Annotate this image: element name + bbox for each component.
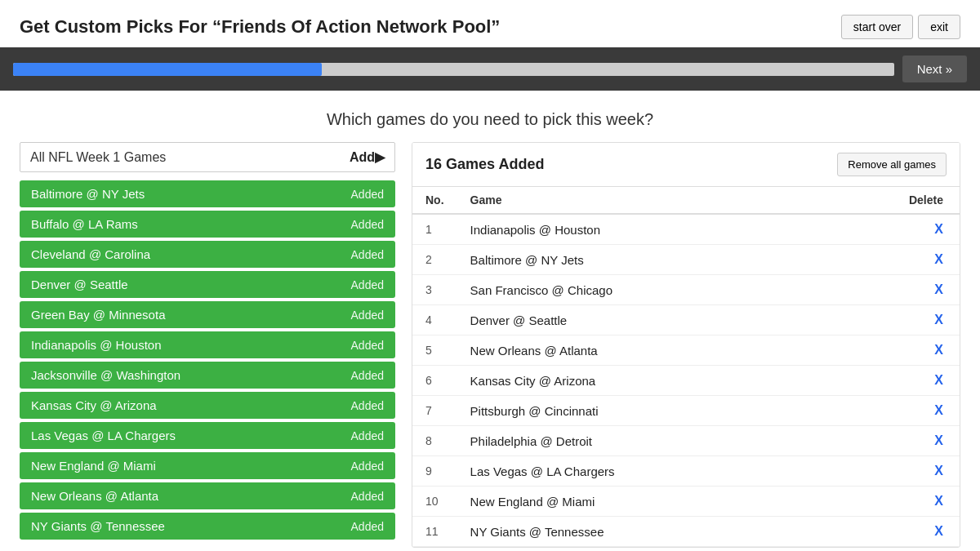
row-game-name: Las Vegas @ LA Chargers bbox=[457, 456, 823, 487]
list-item[interactable]: Kansas City @ ArizonaAdded bbox=[20, 392, 395, 419]
table-row: 1 Indianapolis @ Houston X bbox=[412, 214, 960, 245]
row-number: 8 bbox=[412, 426, 457, 456]
progress-bar-track bbox=[13, 63, 894, 76]
row-number: 9 bbox=[412, 456, 457, 487]
game-name: Indianapolis @ Houston bbox=[31, 338, 162, 352]
row-game-name: Indianapolis @ Houston bbox=[457, 214, 823, 245]
list-item[interactable]: Baltimore @ NY JetsAdded bbox=[20, 180, 395, 207]
delete-cell: X bbox=[823, 456, 960, 487]
delete-cell: X bbox=[823, 426, 960, 456]
games-table: No. Game Delete 1 Indianapolis @ Houston… bbox=[412, 187, 960, 547]
top-bar-buttons: start over exit bbox=[841, 15, 960, 39]
table-row: 9 Las Vegas @ LA Chargers X bbox=[412, 456, 960, 487]
page-title: Get Custom Picks For “Friends Of Action … bbox=[20, 16, 500, 38]
start-over-button[interactable]: start over bbox=[841, 15, 913, 39]
row-number: 6 bbox=[412, 366, 457, 396]
col-header-game: Game bbox=[457, 187, 823, 214]
table-row: 4 Denver @ Seattle X bbox=[412, 305, 960, 335]
delete-button[interactable]: X bbox=[934, 282, 943, 297]
added-badge: Added bbox=[351, 188, 384, 201]
game-name: Jacksonville @ Washington bbox=[31, 368, 180, 382]
added-badge: Added bbox=[351, 278, 384, 291]
right-panel: 16 Games Added Remove all games No. Game… bbox=[412, 142, 960, 548]
row-number: 11 bbox=[412, 517, 457, 547]
right-panel-header: 16 Games Added Remove all games bbox=[412, 143, 960, 187]
row-game-name: NY Giants @ Tennessee bbox=[457, 517, 823, 547]
next-button[interactable]: Next » bbox=[902, 56, 967, 82]
delete-button[interactable]: X bbox=[934, 524, 943, 539]
added-badge: Added bbox=[351, 309, 384, 322]
row-number: 10 bbox=[412, 487, 457, 517]
delete-cell: X bbox=[823, 245, 960, 275]
table-header-row: No. Game Delete bbox=[412, 187, 960, 214]
row-number: 7 bbox=[412, 396, 457, 426]
table-row: 11 NY Giants @ Tennessee X bbox=[412, 517, 960, 547]
row-game-name: Kansas City @ Arizona bbox=[457, 366, 823, 396]
delete-cell: X bbox=[823, 517, 960, 547]
game-name: Green Bay @ Minnesota bbox=[31, 308, 165, 322]
delete-cell: X bbox=[823, 275, 960, 305]
row-number: 4 bbox=[412, 305, 457, 335]
game-name: Cleveland @ Carolina bbox=[31, 247, 150, 261]
added-badge: Added bbox=[351, 248, 384, 261]
list-item[interactable]: Las Vegas @ LA ChargersAdded bbox=[20, 422, 395, 449]
table-row: 7 Pittsburgh @ Cincinnati X bbox=[412, 396, 960, 426]
added-badge: Added bbox=[351, 460, 384, 473]
delete-cell: X bbox=[823, 366, 960, 396]
added-badge: Added bbox=[351, 490, 384, 503]
row-game-name: Philadelphia @ Detroit bbox=[457, 426, 823, 456]
row-number: 5 bbox=[412, 335, 457, 366]
remove-all-button[interactable]: Remove all games bbox=[837, 153, 947, 176]
game-name: Baltimore @ NY Jets bbox=[31, 187, 145, 201]
game-name: Kansas City @ Arizona bbox=[31, 398, 157, 412]
list-item[interactable]: New England @ MiamiAdded bbox=[20, 452, 395, 479]
delete-cell: X bbox=[823, 487, 960, 517]
delete-button[interactable]: X bbox=[934, 433, 943, 448]
delete-button[interactable]: X bbox=[934, 464, 943, 478]
col-header-delete: Delete bbox=[823, 187, 960, 214]
list-item[interactable]: NY Giants @ TennesseeAdded bbox=[20, 513, 395, 540]
col-header-no: No. bbox=[412, 187, 457, 214]
delete-button[interactable]: X bbox=[934, 313, 943, 327]
list-item[interactable]: Green Bay @ MinnesotaAdded bbox=[20, 301, 395, 328]
left-panel-header: All NFL Week 1 Games Add▶ bbox=[20, 142, 395, 172]
added-badge: Added bbox=[351, 399, 384, 412]
delete-button[interactable]: X bbox=[934, 252, 943, 267]
progress-bar-container: Next » bbox=[0, 47, 980, 91]
list-item[interactable]: Buffalo @ LA RamsAdded bbox=[20, 211, 395, 238]
games-added-title: 16 Games Added bbox=[425, 156, 544, 173]
added-badge: Added bbox=[351, 369, 384, 382]
list-item[interactable]: Jacksonville @ WashingtonAdded bbox=[20, 362, 395, 389]
progress-bar-fill bbox=[13, 63, 322, 76]
game-name: Las Vegas @ LA Chargers bbox=[31, 429, 176, 442]
list-item[interactable]: Indianapolis @ HoustonAdded bbox=[20, 331, 395, 358]
game-name: New England @ Miami bbox=[31, 459, 156, 473]
list-item[interactable]: Cleveland @ CarolinaAdded bbox=[20, 241, 395, 268]
row-game-name: New England @ Miami bbox=[457, 487, 823, 517]
delete-button[interactable]: X bbox=[934, 343, 943, 358]
table-row: 6 Kansas City @ Arizona X bbox=[412, 366, 960, 396]
delete-button[interactable]: X bbox=[934, 403, 943, 418]
exit-button[interactable]: exit bbox=[918, 15, 960, 39]
delete-cell: X bbox=[823, 305, 960, 335]
game-name: New Orleans @ Atlanta bbox=[31, 489, 158, 503]
added-badge: Added bbox=[351, 429, 384, 442]
table-row: 8 Philadelphia @ Detroit X bbox=[412, 426, 960, 456]
table-row: 3 San Francisco @ Chicago X bbox=[412, 275, 960, 305]
game-name: NY Giants @ Tennessee bbox=[31, 519, 165, 533]
list-item[interactable]: New Orleans @ AtlantaAdded bbox=[20, 482, 395, 509]
game-name: Buffalo @ LA Rams bbox=[31, 217, 138, 231]
row-game-name: Denver @ Seattle bbox=[457, 305, 823, 335]
row-number: 1 bbox=[412, 214, 457, 245]
delete-button[interactable]: X bbox=[934, 222, 943, 237]
main-content: All NFL Week 1 Games Add▶ Baltimore @ NY… bbox=[0, 142, 980, 551]
dropdown-label: All NFL Week 1 Games bbox=[30, 150, 166, 165]
delete-cell: X bbox=[823, 335, 960, 366]
delete-button[interactable]: X bbox=[934, 373, 943, 388]
delete-button[interactable]: X bbox=[934, 494, 943, 509]
row-game-name: San Francisco @ Chicago bbox=[457, 275, 823, 305]
table-row: 2 Baltimore @ NY Jets X bbox=[412, 245, 960, 275]
row-number: 2 bbox=[412, 245, 457, 275]
add-button[interactable]: Add▶ bbox=[350, 149, 385, 165]
list-item[interactable]: Denver @ SeattleAdded bbox=[20, 271, 395, 298]
